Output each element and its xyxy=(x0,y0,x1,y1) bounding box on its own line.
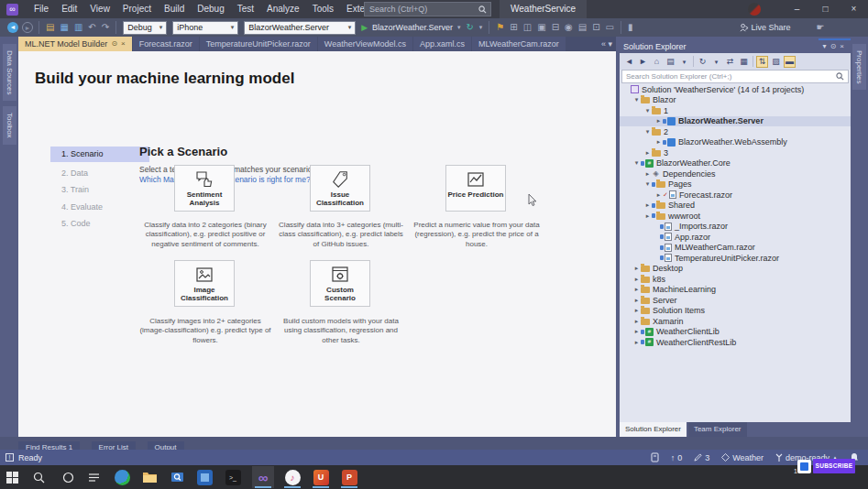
tree-item[interactable]: ▾1 xyxy=(620,105,851,116)
tree-item[interactable]: ▸#WeatherClientRestLib xyxy=(620,337,851,348)
refresh-icon[interactable]: ↻ xyxy=(466,18,473,37)
menu-project[interactable]: Project xyxy=(116,0,158,18)
quick-search-input[interactable]: Search (Ctrl+Q) xyxy=(364,2,491,16)
pin-icon[interactable]: ⊙ xyxy=(830,42,841,50)
tree-item[interactable]: ▾Pages xyxy=(620,179,851,190)
visual-studio-taskbar-button[interactable]: ∞ xyxy=(252,466,274,488)
push-count[interactable]: ↑ 0 xyxy=(671,453,683,462)
chevron-icon[interactable]: ▸ xyxy=(632,318,641,325)
configuration-dropdown[interactable]: Debug ▾ xyxy=(123,21,167,35)
tree-item[interactable]: App.razor xyxy=(620,232,851,243)
undo-icon[interactable]: ↶ xyxy=(88,18,95,37)
toolbar-icon[interactable]: ⊞ xyxy=(510,18,517,37)
notes-app-button[interactable]: U xyxy=(310,466,332,488)
pending-edits[interactable]: 3 xyxy=(694,453,709,462)
step-code[interactable]: 5. Code xyxy=(50,216,149,232)
pin-icon[interactable]: ⊙ xyxy=(111,37,117,51)
menu-debug[interactable]: Debug xyxy=(191,0,230,18)
card-issue-classification[interactable]: Issue Classification xyxy=(310,165,370,212)
run-target-label[interactable]: BlazorWeather.Server xyxy=(372,23,453,32)
save-all-icon[interactable]: ▥ xyxy=(74,18,82,37)
taskbar-search-button[interactable] xyxy=(27,466,49,488)
pending-changes-filter-icon[interactable]: ⇄ xyxy=(724,56,736,68)
chevron-icon[interactable]: ▸ xyxy=(632,265,641,272)
step-scenario[interactable]: 1. Scenario xyxy=(50,147,149,162)
task-view-button[interactable] xyxy=(82,466,104,488)
source-control-button[interactable] xyxy=(651,452,659,462)
tree-item[interactable]: ▸BlazorWeather.WebAssembly xyxy=(620,137,851,148)
menu-build[interactable]: Build xyxy=(158,0,191,18)
navigate-back-icon[interactable]: ◄ xyxy=(7,22,18,33)
chevron-icon[interactable]: ▾ xyxy=(643,128,652,136)
solution-explorer-header[interactable]: Solution Explorer ▾⊙× xyxy=(620,40,851,53)
toolbar-icon[interactable]: ⊟ xyxy=(552,18,559,37)
menu-test[interactable]: Test xyxy=(231,0,260,18)
card-custom-scenario[interactable]: Custom Scenario xyxy=(310,260,370,307)
show-all-files-icon[interactable]: ▦ xyxy=(738,56,750,68)
menu-tools[interactable]: Tools xyxy=(306,0,340,18)
tree-item[interactable]: ▸Desktop xyxy=(620,264,851,275)
chevron-icon[interactable]: ▸ xyxy=(632,286,641,293)
chevron-icon[interactable]: ▸ xyxy=(643,149,652,157)
card-sentiment-analysis[interactable]: Sentiment Analysis xyxy=(174,165,235,212)
flag-icon[interactable]: ⚑ xyxy=(496,18,504,37)
chevron-icon[interactable]: ▾ xyxy=(643,107,652,114)
tab-solution-explorer[interactable]: Solution Explorer xyxy=(620,422,687,437)
tree-item[interactable]: Solution 'WeatherService' (14 of 14 proj… xyxy=(620,84,851,95)
cortana-button[interactable] xyxy=(57,466,79,488)
tab-toolbox[interactable]: Toolbox xyxy=(3,106,16,145)
toolbar-icon[interactable]: ◉ xyxy=(565,18,573,37)
tree-item[interactable]: ▸Shared xyxy=(620,201,851,212)
tree-item[interactable]: ▾Blazor xyxy=(620,95,851,106)
menu-file[interactable]: File xyxy=(27,0,55,18)
user-avatar[interactable] xyxy=(748,3,761,16)
startup-project-dropdown[interactable]: BlazorWeather.Server ▾ xyxy=(244,21,356,35)
maximize-button[interactable]: □ xyxy=(811,0,840,18)
close-button[interactable]: × xyxy=(840,0,868,18)
toolbar-icon[interactable]: ⊡ xyxy=(592,18,599,37)
chevron-down-icon[interactable]: ▾ xyxy=(823,42,830,50)
powerpoint-app-button[interactable]: P xyxy=(338,466,360,488)
itunes-app-button[interactable]: ♪ xyxy=(281,466,303,488)
bookmark-icon[interactable]: ▮ xyxy=(628,18,633,37)
chevron-down-icon[interactable]: ▾ xyxy=(678,56,690,68)
terminal-app-button[interactable]: >_ xyxy=(222,466,244,488)
chevron-down-icon[interactable]: ▾ xyxy=(479,18,483,37)
tree-item[interactable]: ▸Xamarin xyxy=(620,316,851,327)
chevron-icon[interactable]: ▸ xyxy=(632,297,641,304)
chevron-icon[interactable]: ▸ xyxy=(643,170,652,178)
tree-item[interactable]: ▸3 xyxy=(620,147,851,158)
chevron-icon[interactable]: ▸ xyxy=(632,276,641,283)
tab-team-explorer[interactable]: Team Explorer xyxy=(688,422,747,437)
chevron-icon[interactable]: ▸ xyxy=(654,138,663,146)
run-icon[interactable]: ▶ xyxy=(361,18,368,37)
tab-overflow-chevrons-icon[interactable]: « xyxy=(601,39,606,49)
feedback-icon[interactable]: ☛ xyxy=(817,18,825,37)
tree-item[interactable]: ▾2 xyxy=(620,126,851,137)
step-train[interactable]: 3. Train xyxy=(50,182,149,198)
menu-edit[interactable]: Edit xyxy=(55,0,83,18)
tab-forecast-razor[interactable]: Forecast.razor xyxy=(133,37,199,51)
tab-mlweathercam-razor[interactable]: MLWeatherCam.razor xyxy=(472,37,566,51)
tree-item[interactable]: ▸Server xyxy=(620,295,851,306)
chevron-icon[interactable]: ▾ xyxy=(632,96,641,103)
new-project-icon[interactable]: ▤ xyxy=(46,18,54,37)
chevron-down-icon[interactable]: ▾ xyxy=(457,18,461,37)
project-status[interactable]: Weather xyxy=(721,453,764,462)
tab-data-sources[interactable]: Data Sources xyxy=(3,44,16,101)
preview-selected-items-icon[interactable]: ▬ xyxy=(784,56,796,68)
chevron-icon[interactable]: ▾ xyxy=(632,159,641,167)
redo-icon[interactable]: ↷ xyxy=(102,18,109,37)
tab-mlnet-model-builder[interactable]: ML.NET Model Builder ⊙ × xyxy=(18,37,132,51)
tree-item[interactable]: MLWeatherCam.razor xyxy=(620,243,851,254)
chevron-icon[interactable]: ▸ xyxy=(643,201,652,209)
close-icon[interactable]: × xyxy=(840,42,848,50)
tree-item[interactable]: ▸MachineLearning xyxy=(620,285,851,296)
back-icon[interactable]: ◄ xyxy=(623,56,635,68)
navigate-forward-icon[interactable]: ► xyxy=(22,22,33,33)
live-share-button[interactable]: Live Share xyxy=(739,23,791,33)
menu-view[interactable]: View xyxy=(83,0,116,18)
chevron-icon[interactable]: ▾ xyxy=(643,180,652,188)
tab-properties[interactable]: Properties xyxy=(852,44,866,90)
platform-dropdown[interactable]: iPhone ▾ xyxy=(172,21,238,35)
